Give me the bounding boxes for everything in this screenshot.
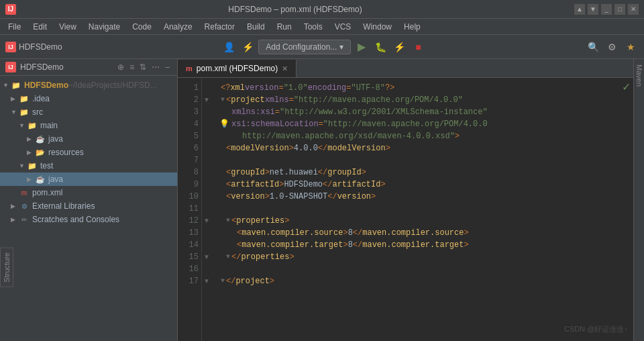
tab-pom-xml[interactable]: m pom.xml (HDFSDemo) ✕ — [178, 60, 297, 77]
code-line-10: <version>1.0-SNAPSHOT</version> — [221, 191, 628, 203]
debug-button[interactable]: 🐛 — [372, 39, 388, 55]
menu-tools[interactable]: Tools — [299, 21, 328, 33]
tab-close-button[interactable]: ✕ — [282, 64, 288, 73]
restore-button[interactable]: ▼ — [588, 4, 598, 15]
fold-marker-17[interactable]: ▼ — [221, 275, 225, 287]
tree-item-pom[interactable]: ▶ m pom.xml — [0, 186, 177, 199]
tree-label-main: main — [40, 121, 58, 130]
menu-build[interactable]: Build — [241, 21, 270, 33]
menu-help[interactable]: Help — [398, 21, 426, 33]
fold-marker-12[interactable]: ▼ — [226, 215, 230, 227]
tree-item-src[interactable]: ▼ 📁 src — [0, 105, 177, 119]
gutter-2[interactable]: ▼ — [203, 94, 214, 106]
editor-content[interactable]: 1 2 3 4 5 6 7 8 9 10 11 12 13 14 15 16 1… — [178, 78, 633, 341]
code-editor[interactable]: <?xml version="1.0" encoding="UTF-8"?> ▼… — [215, 78, 633, 341]
maximize-button[interactable]: □ — [614, 4, 625, 15]
gutter-12[interactable]: ▼ — [203, 215, 214, 227]
tree-item-ext-libs[interactable]: ▶ ⚙ External Libraries — [0, 199, 177, 213]
menu-view[interactable]: View — [54, 21, 82, 33]
coverage-button[interactable]: ⚡ — [391, 39, 407, 55]
gutter-8 — [203, 166, 214, 179]
code-line-14: <maven.compiler.target>8</maven.compiler… — [221, 239, 628, 251]
gutter-10 — [203, 191, 214, 203]
tree-arrow-ext-libs: ▶ — [11, 203, 19, 209]
stop-button[interactable]: ■ — [410, 39, 426, 55]
tree-label-ext-libs: External Libraries — [32, 201, 95, 211]
menu-code[interactable]: Code — [127, 21, 157, 33]
add-configuration-button[interactable]: Add Configuration... ▾ — [258, 40, 351, 54]
tree-item-resources[interactable]: ▶ 📂 resources — [0, 146, 177, 159]
tree-label-scratches: Scratches and Consoles — [32, 215, 119, 224]
gutter-14 — [203, 239, 214, 251]
sidebar: IJ HDFSDemo ⊕ ≡ ⇅ ⋯ – ▼ 📁 HDFSDemo ~/Ide… — [0, 59, 178, 341]
tree-label-test: test — [40, 161, 53, 170]
menu-window[interactable]: Window — [358, 21, 397, 33]
menu-file[interactable]: File — [3, 21, 26, 33]
maven-panel-label[interactable]: Maven — [635, 62, 643, 89]
tree-item-java-main[interactable]: ▶ ☕ java — [0, 132, 177, 146]
code-line-5: http://maven.apache.org/xsd/maven-4.0.0.… — [221, 130, 628, 142]
root-folder-icon: 📁 — [11, 80, 21, 91]
tree-item-java-test[interactable]: ▶ ☕ java — [0, 173, 177, 186]
java-test-icon: ☕ — [35, 174, 46, 185]
menu-run[interactable]: Run — [272, 21, 297, 33]
gutter-5 — [203, 130, 214, 142]
line-numbers: 1 2 3 4 5 6 7 8 9 10 11 12 13 14 15 16 1… — [178, 78, 202, 341]
nav-icon-button[interactable]: ⚡ — [239, 39, 256, 55]
tree-arrow-test: ▼ — [19, 162, 27, 169]
app-icon: IJ — [5, 4, 16, 15]
menu-edit[interactable]: Edit — [28, 21, 52, 33]
tree-item-scratches[interactable]: ▶ ✏ Scratches and Consoles — [0, 213, 177, 226]
minimize-button[interactable]: ▲ — [574, 4, 585, 15]
sidebar-layout-btn[interactable]: ≡ — [127, 62, 136, 72]
title-bar: IJ HDFSDemo – pom.xml (HDFSDemo) ▲ ▼ _ □… — [0, 0, 644, 19]
sidebar-collapse-btn[interactable]: – — [163, 62, 172, 72]
structure-panel-tab[interactable]: Structure — [0, 248, 13, 287]
title-bar-left: IJ — [5, 4, 16, 15]
close-button[interactable]: ✕ — [628, 4, 639, 15]
sidebar-more-btn[interactable]: ⋯ — [150, 62, 162, 72]
tree-item-idea[interactable]: ▶ 📁 .idea — [0, 92, 177, 105]
bulb-icon-4[interactable]: 💡 — [219, 118, 229, 130]
menu-navigate[interactable]: Navigate — [83, 21, 125, 33]
line-num-5: 5 — [180, 130, 199, 142]
fold-marker-15[interactable]: ▼ — [226, 251, 230, 263]
sidebar-sort-btn[interactable]: ⇅ — [138, 62, 148, 72]
menu-refactor[interactable]: Refactor — [199, 21, 240, 33]
resources-icon: 📂 — [35, 147, 46, 158]
search-button[interactable]: 🔍 — [585, 39, 601, 55]
notification-button[interactable]: ★ — [623, 39, 639, 55]
line-num-12: 12 — [180, 215, 199, 227]
sidebar-add-btn[interactable]: ⊕ — [115, 62, 126, 72]
ext-lib-icon: ⚙ — [19, 201, 30, 211]
scratches-icon: ✏ — [19, 214, 30, 225]
sidebar-project-icon: IJ — [5, 62, 16, 72]
title-bar-controls[interactable]: ▲ ▼ _ □ ✕ — [574, 4, 639, 15]
run-button[interactable]: ▶ — [354, 39, 370, 55]
line-num-11: 11 — [180, 203, 199, 215]
java-main-icon: ☕ — [35, 134, 46, 144]
code-line-3: xmlns:xsi="http://www.w3.org/2001/XMLSch… — [221, 106, 628, 118]
tree-item-main[interactable]: ▼ 📁 main — [0, 119, 177, 132]
settings-button[interactable]: ⚙ — [604, 39, 620, 55]
fold-marker-2[interactable]: ▼ — [221, 94, 225, 106]
tree-item-test[interactable]: ▼ 📁 test — [0, 159, 177, 173]
code-line-12: ▼<properties> — [221, 215, 628, 227]
gutter-15[interactable]: ▼ — [203, 251, 214, 263]
code-line-13: <maven.compiler.source>8</maven.compiler… — [221, 227, 628, 239]
menu-vcs[interactable]: VCS — [329, 21, 357, 33]
gutter-17[interactable]: ▼ — [203, 275, 214, 287]
tree-item-root[interactable]: ▼ 📁 HDFSDemo ~/IdeaProjects/HDFSD... — [0, 79, 177, 92]
project-tree: ▼ 📁 HDFSDemo ~/IdeaProjects/HDFSD... ▶ 📁… — [0, 76, 177, 341]
gutter-13 — [203, 227, 214, 239]
main-folder-icon: 📁 — [27, 120, 38, 131]
iconify-button[interactable]: _ — [601, 4, 612, 15]
line-num-17: 17 — [180, 275, 199, 287]
test-folder-icon: 📁 — [27, 160, 38, 171]
tree-arrow-scratches: ▶ — [11, 216, 19, 223]
menu-analyze[interactable]: Analyze — [158, 21, 198, 33]
tree-label-java-test: java — [48, 175, 63, 184]
tree-arrow-main: ▼ — [19, 122, 27, 129]
gutter-9 — [203, 179, 214, 191]
user-icon-button[interactable]: 👤 — [221, 39, 237, 55]
